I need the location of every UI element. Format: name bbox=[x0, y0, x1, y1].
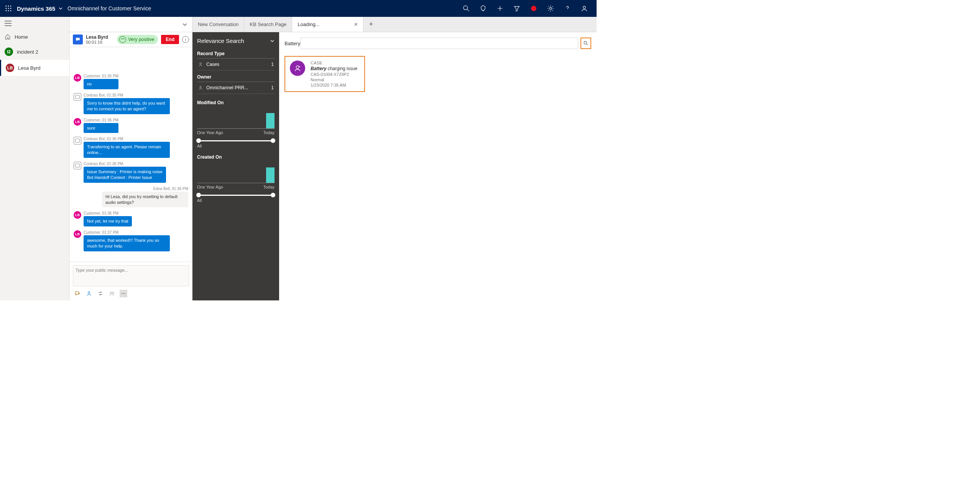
chat-icon bbox=[73, 34, 83, 44]
app-launcher-icon[interactable] bbox=[4, 4, 13, 13]
badge-icon: I2 bbox=[5, 48, 13, 56]
filter-count: 1 bbox=[271, 85, 274, 90]
sidebar-item-label: Lesa Byrd bbox=[18, 65, 41, 71]
message-bubble: Transferring to an agent. Please remain … bbox=[84, 142, 170, 158]
sidebar-item-lesa-byrd[interactable]: LB Lesa Byrd bbox=[0, 60, 69, 76]
date-range-slider[interactable] bbox=[198, 195, 274, 196]
sidebar-item-home[interactable]: Home bbox=[0, 30, 69, 44]
account-icon[interactable] bbox=[576, 0, 593, 17]
svg-point-6 bbox=[6, 10, 7, 11]
chevron-down-icon[interactable] bbox=[58, 6, 63, 11]
tab-new-conversation[interactable]: New Conversation bbox=[192, 17, 244, 32]
more-icon[interactable] bbox=[120, 290, 127, 297]
result-date: 1/23/2020 7:35 AM bbox=[311, 83, 357, 87]
home-icon bbox=[5, 34, 11, 40]
message-row: LB Customer, 01:36 PM Not yet, let me tr… bbox=[74, 211, 188, 226]
bot-icon bbox=[74, 137, 81, 144]
result-case-number: CAS-01004-X7Z8P2 bbox=[311, 72, 357, 77]
search-result-card[interactable]: CASE Battery charging issue CAS-01004-X7… bbox=[284, 56, 365, 92]
global-navbar: Dynamics 365 Omnichannel for Customer Se… bbox=[0, 0, 597, 17]
add-icon[interactable] bbox=[492, 0, 508, 17]
search-icon[interactable] bbox=[458, 0, 475, 17]
filter-row-owner[interactable]: Omnichannel PRR... 1 bbox=[197, 82, 275, 94]
message-input[interactable] bbox=[73, 265, 189, 286]
quick-reply-icon[interactable] bbox=[74, 290, 81, 297]
message-meta: Contoso Bot, 01:35 PM bbox=[84, 93, 170, 97]
case-icon bbox=[198, 62, 203, 67]
sidebar-item-label: incident 2 bbox=[17, 49, 38, 55]
lightbulb-icon[interactable] bbox=[475, 0, 492, 17]
consult-icon[interactable] bbox=[85, 290, 93, 297]
app-subtitle: Omnichannel for Customer Service bbox=[67, 5, 151, 11]
workspace: New Conversation KB Search Page Loading.… bbox=[70, 17, 597, 300]
message-bubble: Issue Summary : Printer is making noise … bbox=[84, 167, 166, 183]
app-name[interactable]: Dynamics 365 bbox=[17, 5, 55, 12]
message-bubble: Not yet, let me try that bbox=[84, 216, 132, 226]
info-icon[interactable]: i bbox=[182, 36, 189, 43]
chart-axis: One Year Ago Today bbox=[197, 185, 275, 189]
tab-kb-search[interactable]: KB Search Page bbox=[244, 17, 292, 32]
slider-handle-left[interactable] bbox=[196, 138, 201, 143]
svg-point-21 bbox=[296, 66, 299, 69]
message-bubble: no bbox=[84, 79, 118, 89]
search-bar: Battery bbox=[279, 32, 597, 51]
svg-point-0 bbox=[6, 6, 7, 7]
transfer-icon[interactable] bbox=[97, 290, 104, 297]
sidebar-item-incident[interactable]: I2 incident 2 bbox=[0, 44, 69, 60]
session-timer: 00:01:18 bbox=[86, 40, 108, 44]
svg-point-7 bbox=[8, 10, 9, 11]
message-list: LB Customer, 01:35 PM no Contoso Bot, 01… bbox=[70, 47, 192, 262]
compose-area bbox=[70, 262, 192, 300]
help-icon[interactable] bbox=[559, 0, 576, 17]
modified-on-header: Modified On bbox=[197, 100, 275, 107]
compose-toolbar bbox=[73, 287, 189, 297]
sentiment-indicator: ^^ Very positive bbox=[117, 35, 158, 44]
bot-icon bbox=[74, 162, 81, 169]
message-row: Contoso Bot, 01:36 PM Transferring to an… bbox=[74, 137, 188, 158]
svg-point-12 bbox=[88, 292, 90, 294]
customer-name: Lesa Byrd bbox=[86, 34, 108, 40]
end-button[interactable]: End bbox=[161, 35, 179, 44]
result-info: CASE Battery charging issue CAS-01004-X7… bbox=[311, 61, 357, 87]
svg-point-10 bbox=[549, 7, 551, 9]
search-input[interactable] bbox=[300, 38, 578, 49]
svg-point-18 bbox=[200, 63, 201, 64]
slider-handle-right[interactable] bbox=[271, 138, 275, 143]
chevron-down-icon[interactable] bbox=[270, 39, 275, 43]
svg-point-15 bbox=[122, 293, 122, 294]
settings-icon[interactable] bbox=[542, 0, 559, 17]
tab-loading[interactable]: Loading... × bbox=[292, 17, 363, 32]
record-type-header: Record Type bbox=[197, 51, 275, 59]
svg-point-2 bbox=[10, 6, 12, 7]
conversation-header: Lesa Byrd 00:01:18 ^^ Very positive End … bbox=[70, 32, 192, 47]
smiley-icon: ^^ bbox=[119, 36, 126, 43]
result-title: Battery charging issue bbox=[311, 66, 357, 71]
svg-point-19 bbox=[200, 86, 201, 88]
svg-point-8 bbox=[10, 10, 12, 11]
search-button[interactable] bbox=[580, 38, 591, 49]
filter-icon[interactable] bbox=[508, 0, 525, 17]
result-avatar-icon bbox=[290, 61, 305, 76]
notes-icon[interactable] bbox=[108, 290, 116, 297]
message-row: Contoso Bot, 01:35 PM Sorry to know this… bbox=[74, 93, 188, 114]
message-row: LB Customer, 01:36 PM sure bbox=[74, 118, 188, 133]
filter-row-cases[interactable]: Cases 1 bbox=[197, 59, 275, 71]
svg-point-5 bbox=[10, 8, 12, 9]
presence-indicator[interactable] bbox=[525, 0, 542, 17]
svg-point-11 bbox=[583, 6, 585, 8]
result-type: CASE bbox=[311, 61, 357, 65]
relevance-filter-panel: Relevance Search Record Type Cases 1 Own… bbox=[192, 32, 279, 300]
close-icon[interactable]: × bbox=[354, 21, 357, 28]
message-meta: Contoso Bot, 01:36 PM bbox=[84, 162, 166, 166]
sidebar-toggle-icon[interactable] bbox=[0, 17, 69, 30]
slider-handle-left[interactable] bbox=[196, 193, 201, 197]
svg-point-4 bbox=[8, 8, 9, 9]
add-tab-button[interactable]: + bbox=[363, 17, 379, 32]
message-row: Edna Bell, 01:36 PM Hi Lesa, did you try… bbox=[74, 187, 188, 208]
person-icon bbox=[198, 85, 203, 90]
chart-bar bbox=[266, 113, 275, 128]
session-selector[interactable] bbox=[70, 17, 192, 32]
date-range-slider[interactable] bbox=[198, 140, 274, 141]
tab-label: Loading... bbox=[298, 21, 319, 27]
slider-handle-right[interactable] bbox=[271, 193, 275, 197]
